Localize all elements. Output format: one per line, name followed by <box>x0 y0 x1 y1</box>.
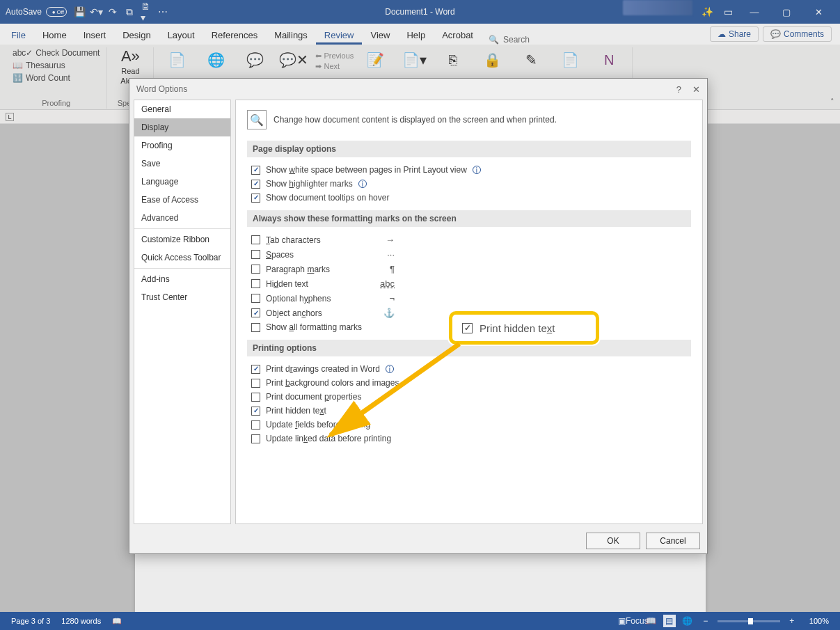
track-changes-button[interactable]: 📝 <box>358 52 393 68</box>
check-document-button[interactable]: abc✓Check Document <box>11 47 101 58</box>
checkbox-icon[interactable] <box>251 323 260 332</box>
user-account[interactable] <box>623 0 692 15</box>
search-box[interactable]: 🔍 Search <box>482 35 537 45</box>
opt-update-linked[interactable]: Update linked data before printing <box>247 432 691 446</box>
opt-print-drawings[interactable]: Print drawings created in Wordi <box>247 362 691 376</box>
web-layout-icon[interactable]: 🌐 <box>681 615 694 627</box>
word-count-button[interactable]: 🔢Word Count <box>11 72 101 84</box>
zoom-slider[interactable] <box>718 620 780 622</box>
tab-mailings[interactable]: Mailings <box>266 26 316 45</box>
sidebar-item-qat[interactable]: Quick Access Toolbar <box>134 249 230 267</box>
coming-soon-icon[interactable]: ✨ <box>697 0 718 24</box>
opt-hidden-text[interactable]: Hidden textabc <box>247 276 691 291</box>
opt-update-fields[interactable]: Update fields before printing <box>247 418 691 432</box>
info-icon[interactable]: i <box>473 166 481 174</box>
opt-optional-hyphens[interactable]: Optional hyphens¬ <box>247 291 691 306</box>
opt-show-highlighter[interactable]: Show highlighter marksi <box>247 177 691 191</box>
tab-selector[interactable]: L <box>6 113 14 121</box>
redo-icon[interactable]: ↷ <box>107 6 118 17</box>
previous-comment-button[interactable]: ⬅ Previous <box>315 52 354 61</box>
info-icon[interactable]: i <box>386 365 394 373</box>
opt-paragraph-marks[interactable]: Paragraph marks¶ <box>247 262 691 276</box>
sidebar-item-addins[interactable]: Add-ins <box>134 270 230 288</box>
dialog-close-button[interactable]: ✕ <box>692 84 700 95</box>
checkbox-icon[interactable] <box>251 393 260 402</box>
focus-mode-button[interactable]: ▣ Focus <box>627 615 640 627</box>
tab-design[interactable]: Design <box>114 26 159 45</box>
opt-spaces[interactable]: Spaces··· <box>247 247 691 262</box>
save-icon[interactable]: 💾 <box>74 6 85 17</box>
word-count-indicator[interactable]: 1280 words <box>56 617 106 625</box>
sidebar-item-save[interactable]: Save <box>134 155 230 173</box>
checkbox-icon[interactable] <box>251 180 260 189</box>
zoom-out-button[interactable]: − <box>699 615 712 627</box>
onenote-button[interactable]: N <box>592 52 626 68</box>
opt-print-properties[interactable]: Print document properties <box>247 390 691 404</box>
cancel-button[interactable]: Cancel <box>646 533 700 549</box>
checkbox-icon[interactable] <box>251 294 260 303</box>
checkbox-icon[interactable] <box>251 365 260 374</box>
page-indicator[interactable]: Page 3 of 3 <box>6 617 56 625</box>
share-button[interactable]: ☁Share <box>710 26 759 42</box>
checkbox-icon[interactable] <box>251 420 260 430</box>
tab-file[interactable]: File <box>3 26 34 45</box>
spellcheck-status-icon[interactable]: 📖 <box>106 617 127 626</box>
info-icon[interactable]: i <box>358 180 367 188</box>
qat-more-icon[interactable]: ⋯ <box>157 6 168 17</box>
tab-help[interactable]: Help <box>398 26 434 45</box>
collapse-ribbon-button[interactable]: ˄ <box>830 97 834 107</box>
zoom-level[interactable]: 100% <box>804 617 834 625</box>
opt-tab-chars[interactable]: Tab characters→ <box>247 233 691 247</box>
tab-view[interactable]: View <box>362 26 398 45</box>
undo-icon[interactable]: ↶▾ <box>90 6 102 17</box>
minimize-button[interactable]: — <box>738 0 770 24</box>
opt-print-hidden-text[interactable]: Print hidden text <box>247 404 691 418</box>
tab-acrobat[interactable]: Acrobat <box>434 26 482 45</box>
help-button[interactable]: ? <box>676 84 681 95</box>
checkbox-icon[interactable] <box>251 194 260 203</box>
checkbox-icon[interactable] <box>251 250 260 259</box>
close-button[interactable]: ✕ <box>802 0 834 24</box>
read-mode-icon[interactable]: 📖 <box>645 615 658 627</box>
comments-button[interactable]: 💬Comments <box>763 26 832 42</box>
new-icon[interactable]: 🗎▾ <box>141 6 152 17</box>
checkbox-icon[interactable] <box>251 379 260 388</box>
sidebar-item-customize-ribbon[interactable]: Customize Ribbon <box>134 230 230 249</box>
checkbox-icon[interactable] <box>251 235 260 244</box>
tab-references[interactable]: References <box>203 26 266 45</box>
new-comment-button[interactable]: 💬 <box>237 52 272 68</box>
compare-button[interactable]: ⎘ <box>436 52 470 68</box>
translate-button[interactable]: 🌐 <box>198 52 233 68</box>
print-layout-icon[interactable]: ▤ <box>663 615 676 627</box>
tab-insert[interactable]: Insert <box>75 26 115 45</box>
sidebar-item-proofing[interactable]: Proofing <box>134 136 230 155</box>
zoom-in-button[interactable]: + <box>786 615 798 627</box>
sidebar-item-general[interactable]: General <box>134 100 230 118</box>
opt-show-whitespace[interactable]: Show white space between pages in Print … <box>247 163 691 177</box>
autosave-toggle[interactable]: AutoSave ●Off <box>6 7 67 17</box>
sidebar-item-trust-center[interactable]: Trust Center <box>134 288 230 306</box>
tab-home[interactable]: Home <box>34 26 75 45</box>
resume-button[interactable]: 📄 <box>553 52 587 68</box>
checkbox-icon[interactable] <box>251 166 260 175</box>
changes-button[interactable]: 📄▾ <box>397 52 431 68</box>
maximize-button[interactable]: ▢ <box>770 0 802 24</box>
checkbox-icon[interactable] <box>251 407 260 416</box>
tab-layout[interactable]: Layout <box>159 26 203 45</box>
sidebar-item-ease-of-access[interactable]: Ease of Access <box>134 191 230 209</box>
checkbox-icon[interactable] <box>251 279 260 288</box>
ink-button[interactable]: ✎ <box>514 52 548 68</box>
toggle-off[interactable]: ●Off <box>46 7 67 17</box>
thesaurus-button[interactable]: 📖Thesaurus <box>11 60 101 71</box>
ribbon-display-icon[interactable]: ▭ <box>718 0 738 24</box>
tab-review[interactable]: Review <box>316 26 363 45</box>
opt-print-background[interactable]: Print background colors and images <box>247 376 691 390</box>
sidebar-item-advanced[interactable]: Advanced <box>134 209 230 227</box>
opt-show-tooltips[interactable]: Show document tooltips on hover <box>247 191 691 205</box>
accessibility-button[interactable]: 📄 <box>159 52 194 68</box>
checkbox-icon[interactable] <box>251 434 260 443</box>
checkbox-icon[interactable] <box>251 308 260 317</box>
delete-comment-button[interactable]: 💬✕ <box>276 52 311 68</box>
checkbox-icon[interactable] <box>251 265 260 274</box>
sidebar-item-display[interactable]: Display <box>134 118 230 136</box>
